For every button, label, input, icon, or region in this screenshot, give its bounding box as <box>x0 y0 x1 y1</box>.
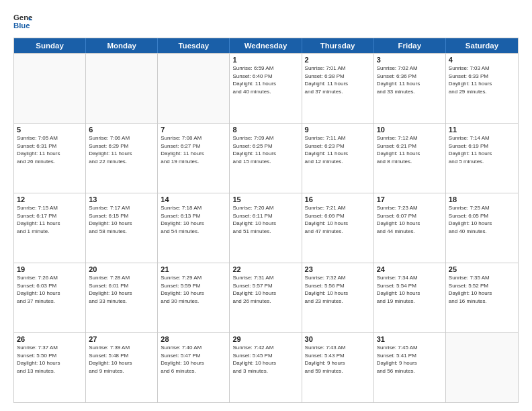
day-info: Sunrise: 7:17 AM Sunset: 6:15 PM Dayligh… <box>89 204 154 235</box>
day-info: Sunrise: 7:06 AM Sunset: 6:29 PM Dayligh… <box>89 134 154 165</box>
day-cell-9: 9Sunrise: 7:11 AM Sunset: 6:23 PM Daylig… <box>302 124 374 193</box>
day-info: Sunrise: 7:34 AM Sunset: 5:54 PM Dayligh… <box>377 274 443 305</box>
empty-cell <box>86 54 158 123</box>
header-cell-tuesday: Tuesday <box>158 38 230 53</box>
day-cell-10: 10Sunrise: 7:12 AM Sunset: 6:21 PM Dayli… <box>374 124 446 193</box>
day-info: Sunrise: 7:12 AM Sunset: 6:21 PM Dayligh… <box>377 134 443 165</box>
day-cell-13: 13Sunrise: 7:17 AM Sunset: 6:15 PM Dayli… <box>86 193 158 263</box>
day-cell-11: 11Sunrise: 7:14 AM Sunset: 6:19 PM Dayli… <box>446 124 518 193</box>
calendar-body: 1Sunrise: 6:59 AM Sunset: 6:40 PM Daylig… <box>14 53 518 402</box>
day-cell-25: 25Sunrise: 7:35 AM Sunset: 5:52 PM Dayli… <box>446 263 518 332</box>
day-number: 5 <box>17 126 83 134</box>
day-number: 3 <box>377 56 443 64</box>
day-number: 7 <box>161 126 226 134</box>
day-info: Sunrise: 7:03 AM Sunset: 6:33 PM Dayligh… <box>449 64 515 95</box>
day-cell-21: 21Sunrise: 7:29 AM Sunset: 5:59 PM Dayli… <box>158 263 230 332</box>
calendar: SundayMondayTuesdayWednesdayThursdayFrid… <box>13 38 519 403</box>
day-number: 31 <box>377 335 443 343</box>
day-info: Sunrise: 7:15 AM Sunset: 6:17 PM Dayligh… <box>17 204 83 235</box>
day-cell-7: 7Sunrise: 7:08 AM Sunset: 6:27 PM Daylig… <box>158 124 230 193</box>
day-info: Sunrise: 7:37 AM Sunset: 5:50 PM Dayligh… <box>17 344 83 375</box>
day-info: Sunrise: 7:21 AM Sunset: 6:09 PM Dayligh… <box>305 204 371 235</box>
day-info: Sunrise: 7:31 AM Sunset: 5:57 PM Dayligh… <box>232 274 298 305</box>
day-info: Sunrise: 7:25 AM Sunset: 6:05 PM Dayligh… <box>449 204 515 235</box>
header-cell-sunday: Sunday <box>14 38 86 53</box>
day-number: 18 <box>449 195 515 203</box>
day-cell-23: 23Sunrise: 7:32 AM Sunset: 5:56 PM Dayli… <box>302 263 374 332</box>
day-number: 2 <box>305 56 371 64</box>
day-info: Sunrise: 7:02 AM Sunset: 6:36 PM Dayligh… <box>377 64 443 95</box>
day-cell-31: 31Sunrise: 7:45 AM Sunset: 5:41 PM Dayli… <box>374 333 446 402</box>
cal-row-4: 26Sunrise: 7:37 AM Sunset: 5:50 PM Dayli… <box>14 332 518 402</box>
day-cell-30: 30Sunrise: 7:43 AM Sunset: 5:43 PM Dayli… <box>302 333 374 402</box>
day-number: 22 <box>232 265 298 273</box>
logo: General Blue <box>13 12 32 31</box>
cal-row-0: 1Sunrise: 6:59 AM Sunset: 6:40 PM Daylig… <box>14 53 518 123</box>
logo-icon: General Blue <box>13 12 32 31</box>
day-cell-18: 18Sunrise: 7:25 AM Sunset: 6:05 PM Dayli… <box>446 193 518 263</box>
header: General Blue <box>13 12 519 31</box>
header-cell-wednesday: Wednesday <box>230 38 302 53</box>
empty-cell <box>14 54 86 123</box>
day-cell-26: 26Sunrise: 7:37 AM Sunset: 5:50 PM Dayli… <box>14 333 86 402</box>
day-info: Sunrise: 7:23 AM Sunset: 6:07 PM Dayligh… <box>377 204 443 235</box>
day-number: 23 <box>305 265 371 273</box>
day-number: 15 <box>232 195 298 203</box>
header-cell-monday: Monday <box>86 38 158 53</box>
day-cell-2: 2Sunrise: 7:01 AM Sunset: 6:38 PM Daylig… <box>302 54 374 123</box>
day-info: Sunrise: 7:45 AM Sunset: 5:41 PM Dayligh… <box>377 344 443 375</box>
day-cell-22: 22Sunrise: 7:31 AM Sunset: 5:57 PM Dayli… <box>230 263 302 332</box>
day-number: 21 <box>161 265 226 273</box>
day-info: Sunrise: 7:20 AM Sunset: 6:11 PM Dayligh… <box>232 204 298 235</box>
day-number: 25 <box>449 265 515 273</box>
day-info: Sunrise: 7:43 AM Sunset: 5:43 PM Dayligh… <box>305 344 371 375</box>
day-cell-27: 27Sunrise: 7:39 AM Sunset: 5:48 PM Dayli… <box>86 333 158 402</box>
day-info: Sunrise: 7:08 AM Sunset: 6:27 PM Dayligh… <box>161 134 226 165</box>
day-info: Sunrise: 7:35 AM Sunset: 5:52 PM Dayligh… <box>449 274 515 305</box>
day-cell-5: 5Sunrise: 7:05 AM Sunset: 6:31 PM Daylig… <box>14 124 86 193</box>
day-cell-24: 24Sunrise: 7:34 AM Sunset: 5:54 PM Dayli… <box>374 263 446 332</box>
day-cell-12: 12Sunrise: 7:15 AM Sunset: 6:17 PM Dayli… <box>14 193 86 263</box>
day-info: Sunrise: 7:11 AM Sunset: 6:23 PM Dayligh… <box>305 134 371 165</box>
svg-text:Blue: Blue <box>13 21 30 30</box>
cal-row-1: 5Sunrise: 7:05 AM Sunset: 6:31 PM Daylig… <box>14 123 518 193</box>
day-cell-16: 16Sunrise: 7:21 AM Sunset: 6:09 PM Dayli… <box>302 193 374 263</box>
day-cell-20: 20Sunrise: 7:28 AM Sunset: 6:01 PM Dayli… <box>86 263 158 332</box>
day-number: 10 <box>377 126 443 134</box>
day-number: 9 <box>305 126 371 134</box>
day-number: 17 <box>377 195 443 203</box>
empty-cell <box>158 54 230 123</box>
day-number: 16 <box>305 195 371 203</box>
page: General Blue SundayMondayTuesdayWednesda… <box>0 0 532 411</box>
day-info: Sunrise: 7:29 AM Sunset: 5:59 PM Dayligh… <box>161 274 226 305</box>
day-cell-1: 1Sunrise: 6:59 AM Sunset: 6:40 PM Daylig… <box>230 54 302 123</box>
day-number: 8 <box>232 126 298 134</box>
day-number: 6 <box>89 126 154 134</box>
day-info: Sunrise: 7:05 AM Sunset: 6:31 PM Dayligh… <box>17 134 83 165</box>
day-number: 27 <box>89 335 154 343</box>
day-cell-19: 19Sunrise: 7:26 AM Sunset: 6:03 PM Dayli… <box>14 263 86 332</box>
day-cell-6: 6Sunrise: 7:06 AM Sunset: 6:29 PM Daylig… <box>86 124 158 193</box>
day-cell-8: 8Sunrise: 7:09 AM Sunset: 6:25 PM Daylig… <box>230 124 302 193</box>
day-info: Sunrise: 7:28 AM Sunset: 6:01 PM Dayligh… <box>89 274 154 305</box>
cal-row-3: 19Sunrise: 7:26 AM Sunset: 6:03 PM Dayli… <box>14 263 518 332</box>
day-info: Sunrise: 7:09 AM Sunset: 6:25 PM Dayligh… <box>232 134 298 165</box>
header-cell-friday: Friday <box>374 38 446 53</box>
day-info: Sunrise: 7:14 AM Sunset: 6:19 PM Dayligh… <box>449 134 515 165</box>
day-cell-28: 28Sunrise: 7:40 AM Sunset: 5:47 PM Dayli… <box>158 333 230 402</box>
day-number: 30 <box>305 335 371 343</box>
day-info: Sunrise: 7:39 AM Sunset: 5:48 PM Dayligh… <box>89 344 154 375</box>
day-number: 29 <box>232 335 298 343</box>
day-cell-17: 17Sunrise: 7:23 AM Sunset: 6:07 PM Dayli… <box>374 193 446 263</box>
cal-row-2: 12Sunrise: 7:15 AM Sunset: 6:17 PM Dayli… <box>14 193 518 263</box>
day-info: Sunrise: 7:26 AM Sunset: 6:03 PM Dayligh… <box>17 274 83 305</box>
day-number: 14 <box>161 195 226 203</box>
day-cell-14: 14Sunrise: 7:18 AM Sunset: 6:13 PM Dayli… <box>158 193 230 263</box>
day-number: 13 <box>89 195 154 203</box>
day-number: 28 <box>161 335 226 343</box>
day-number: 20 <box>89 265 154 273</box>
day-cell-29: 29Sunrise: 7:42 AM Sunset: 5:45 PM Dayli… <box>230 333 302 402</box>
day-number: 12 <box>17 195 83 203</box>
day-cell-15: 15Sunrise: 7:20 AM Sunset: 6:11 PM Dayli… <box>230 193 302 263</box>
day-number: 1 <box>232 56 298 64</box>
